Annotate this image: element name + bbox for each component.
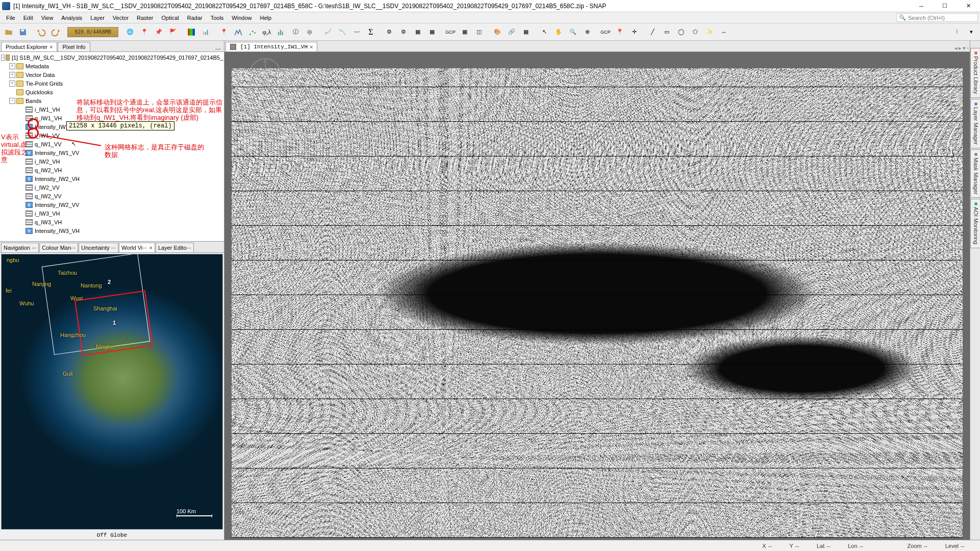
open-button[interactable]	[2, 25, 15, 39]
menu-tools[interactable]: Tools	[207, 14, 228, 22]
profile2-button[interactable]: 〰	[350, 25, 363, 39]
tree-group-metadata[interactable]: +Metadata	[1, 62, 223, 70]
stats-button[interactable]: 📈	[321, 25, 335, 39]
band-row[interactable]: VIntensity_IW2_VH	[1, 174, 223, 183]
chart-button[interactable]: 📊	[199, 25, 212, 39]
gcp2-button[interactable]: GCP	[599, 25, 612, 39]
menu-analysis[interactable]: Analysis	[57, 14, 86, 22]
zoom-button[interactable]: 🔍	[566, 25, 580, 39]
profile-button[interactable]	[232, 25, 245, 39]
ellipse-button[interactable]: ◯	[674, 25, 688, 39]
menu-file[interactable]: File	[2, 14, 19, 22]
pan-button[interactable]: ✋	[552, 25, 565, 39]
pin2-button[interactable]: 📍	[613, 25, 626, 39]
rect-button[interactable]: ▭	[660, 25, 673, 39]
range-button[interactable]: ↔	[717, 25, 731, 39]
polygon-button[interactable]: ⬠	[689, 25, 702, 39]
phi-lambda-button[interactable]: φ,λ	[260, 25, 273, 39]
tab-uncertainty[interactable]: Uncertainty ···	[79, 243, 118, 252]
graph-button[interactable]: 📉	[336, 25, 349, 39]
redo-button[interactable]	[49, 25, 62, 39]
maximize-view-button[interactable]: ▫	[967, 45, 969, 51]
tab-world-view[interactable]: World Vi···×	[119, 243, 155, 252]
menu-raster[interactable]: Raster	[133, 14, 157, 22]
sigma-button[interactable]: Σ	[364, 25, 378, 39]
tab-colour-manipulation[interactable]: Colour Man···	[39, 243, 78, 252]
zoom-in-button[interactable]: ⊕	[581, 25, 594, 39]
product-tree[interactable]: − [1] S1B_IW_SLC__1SDV_20190822T095402_2…	[0, 52, 224, 242]
line-button[interactable]: ╱	[646, 25, 659, 39]
globe-button[interactable]: 🌐	[123, 25, 137, 39]
next-tab-button[interactable]: ▸	[959, 45, 962, 51]
tab-navigation[interactable]: Navigation ···	[1, 243, 39, 252]
dropdown-tabs-button[interactable]: ▾	[963, 45, 966, 51]
tree-group-vector[interactable]: +Vector Data	[1, 70, 223, 79]
prev-tab-button[interactable]: ◂	[954, 45, 958, 51]
side-tab-layer-manager[interactable]: Layer Manager	[970, 99, 980, 148]
tab-pixel-info[interactable]: Pixel Info	[58, 42, 90, 51]
toolbar-overflow-button[interactable]: ⁝	[950, 25, 964, 39]
tab-image-view[interactable]: [1] Intensity_IW1_VH ×	[225, 42, 317, 51]
tree-group-quicklooks[interactable]: Quicklooks	[1, 88, 223, 96]
minimize-panel-button[interactable]: —	[212, 45, 224, 51]
world-view[interactable]: ngbu Taizhou Nanjing Nantong fei Wuxi Wu…	[1, 254, 223, 530]
band-row[interactable]: i_IW3_VH	[1, 209, 223, 218]
band-tool-button[interactable]: ▦	[425, 25, 439, 39]
menu-view[interactable]: View	[37, 14, 58, 22]
histogram-button[interactable]	[274, 25, 288, 39]
spectrum-button[interactable]	[185, 25, 198, 39]
maximize-button[interactable]: ☐	[933, 0, 957, 12]
search-box[interactable]: 🔍	[896, 13, 978, 22]
menu-optical[interactable]: Optical	[157, 14, 183, 22]
tree-group-tiepoint[interactable]: +Tie-Point Grids	[1, 79, 223, 88]
layer-tool-button[interactable]: ▦	[411, 25, 424, 39]
band-row[interactable]: VIntensity_IW3_VH	[1, 226, 223, 235]
link-button[interactable]: 🔗	[505, 25, 518, 39]
tab-product-explorer[interactable]: Product Explorer ×	[1, 42, 57, 51]
band-row[interactable]: q_IW2_VH	[1, 166, 223, 174]
pushpin-button[interactable]: 📌	[152, 25, 165, 39]
menu-window[interactable]: Window	[228, 14, 256, 22]
menu-radar[interactable]: Radar	[183, 14, 207, 22]
crosshair-button[interactable]: ✛	[627, 25, 641, 39]
save-button[interactable]	[16, 25, 30, 39]
undo-button[interactable]	[35, 25, 48, 39]
target-button[interactable]: ◎	[303, 25, 316, 39]
magic-wand-button[interactable]: ✨	[703, 25, 716, 39]
kml-button[interactable]: 📍	[138, 25, 151, 39]
memory-progress[interactable]: 920.0/4468MB	[67, 27, 118, 37]
band-row[interactable]: q_IW2_VV	[1, 192, 223, 200]
search-input[interactable]	[908, 15, 975, 21]
menu-vector[interactable]: Vector	[109, 14, 133, 22]
close-tab-icon[interactable]: ×	[310, 44, 313, 50]
side-tab-aoi-monitoring[interactable]: AOI Monitoring	[970, 199, 980, 248]
gcp-button[interactable]: GCP	[444, 25, 457, 39]
menu-layer[interactable]: Layer	[86, 14, 109, 22]
graph-builder-button[interactable]: ⚙	[383, 25, 396, 39]
close-tab-icon[interactable]: ×	[149, 245, 152, 251]
band-row[interactable]: VIntensity_IW2_VV	[1, 200, 223, 209]
pointer-button[interactable]: ↖	[538, 25, 551, 39]
info-button[interactable]: ⓘ	[289, 25, 302, 39]
tab-layer-editor[interactable]: Layer Edito···	[156, 243, 194, 252]
close-button[interactable]: ✕	[957, 0, 980, 12]
image-view[interactable]	[224, 52, 970, 540]
graph-batch-button[interactable]: ⚙	[397, 25, 410, 39]
menu-edit[interactable]: Edit	[19, 14, 37, 22]
close-tab-icon[interactable]: ×	[49, 44, 53, 50]
mosaic-button[interactable]: ▦	[458, 25, 471, 39]
tree-root[interactable]: − [1] S1B_IW_SLC__1SDV_20190822T095402_2…	[1, 53, 223, 62]
scatter-button[interactable]	[246, 25, 259, 39]
tile-button[interactable]: ▦	[519, 25, 533, 39]
band-row[interactable]: q_IW3_VH	[1, 218, 223, 226]
color-palette-button[interactable]: 🎨	[491, 25, 504, 39]
minimize-button[interactable]: ─	[910, 0, 933, 12]
flag-button[interactable]: 🚩	[166, 25, 180, 39]
subset-button[interactable]: ◫	[472, 25, 486, 39]
toolbar-dropdown-button[interactable]: ▾	[965, 25, 978, 39]
side-tab-mask-manager[interactable]: Mask Manager	[970, 149, 980, 198]
menu-help[interactable]: Help	[256, 14, 275, 22]
pin-tool-button[interactable]: 📍	[217, 25, 231, 39]
side-tab-product-library[interactable]: Product Library	[970, 48, 980, 98]
band-row[interactable]: i_IW2_VV	[1, 183, 223, 192]
